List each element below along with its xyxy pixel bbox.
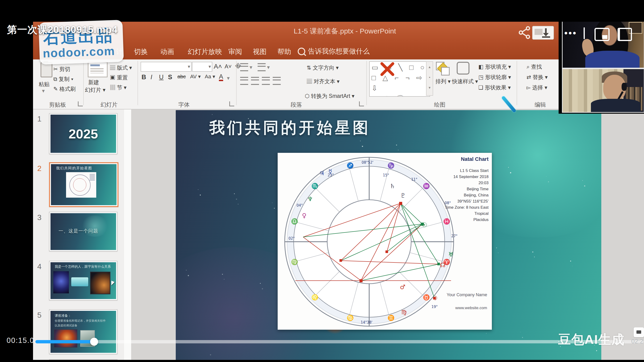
- webcam-video-bottom[interactable]: [562, 68, 644, 113]
- group-divider: [516, 61, 517, 105]
- arrange-button[interactable]: 排列 ▾: [436, 78, 450, 85]
- character-spacing-button[interactable]: AV ▾: [190, 74, 201, 80]
- paste-dropdown-arrow[interactable]: ▾: [42, 88, 45, 94]
- replace-button[interactable]: ⇄ 替换 ▾: [526, 74, 548, 81]
- current-slide-canvas: 我们共同的开始星图 Natal Chart L1 5 Class Start 1…: [176, 110, 601, 360]
- format-painter-button[interactable]: ✎ 格式刷: [53, 85, 76, 93]
- font-color-button[interactable]: A: [219, 74, 223, 81]
- align-text-button[interactable]: ▤ 对齐文本 ▾: [307, 78, 340, 85]
- tell-me-search[interactable]: 告诉我你想要做什么: [298, 47, 370, 56]
- shapes-gallery-scrollbar[interactable]: ▴▪▾: [426, 61, 433, 96]
- layout-label: 版式: [117, 64, 128, 71]
- numbering-icon[interactable]: [258, 63, 266, 71]
- paste-button[interactable]: 粘贴: [39, 81, 50, 88]
- thumbnail-5-title: 课前准备：: [55, 314, 71, 318]
- layout-button[interactable]: ▤ 版式 ▾: [110, 64, 132, 72]
- align-left-icon[interactable]: [240, 77, 248, 85]
- shadow-button[interactable]: S: [168, 74, 172, 81]
- thumbnail-5-line3: 以及提前调试设备: [55, 324, 77, 328]
- grow-font-button[interactable]: A˄: [214, 63, 222, 70]
- font-dialog-launcher[interactable]: [229, 102, 234, 106]
- thumbnail-5-number: 5: [37, 311, 42, 320]
- degree-label: 14°38': [361, 320, 372, 324]
- justify-icon[interactable]: [273, 77, 281, 85]
- shapes-gallery[interactable]: ▭ ▭ ╲ □ ○ □ △ ⌐ ¬ ⇨ ⇩ ▱ ☆ ⌒ ∿ { }: [369, 61, 430, 97]
- bold-button[interactable]: B: [142, 74, 146, 81]
- tab-help[interactable]: 帮助: [278, 47, 291, 56]
- font-size-combobox[interactable]: ▾: [192, 62, 212, 72]
- font-color-arrow[interactable]: ▾: [227, 75, 230, 81]
- group-divider: [236, 61, 236, 105]
- tab-transitions[interactable]: 切换: [134, 47, 148, 56]
- convert-smartart-button[interactable]: ⬡ 转换为 SmartArt ▾: [305, 92, 354, 100]
- shrink-font-button[interactable]: A˅: [224, 63, 232, 70]
- bullets-arrow[interactable]: ▾: [250, 64, 252, 70]
- tab-slideshow[interactable]: 幻灯片放映: [188, 47, 222, 56]
- slides-group-label: 幻灯片: [100, 101, 118, 108]
- download-icon: [534, 28, 550, 38]
- align-right-icon[interactable]: [262, 77, 270, 85]
- reset-button[interactable]: ▣ 重置: [110, 74, 128, 81]
- thumbnail-3[interactable]: 一、这是一个问题: [49, 212, 118, 252]
- video-progress-handle[interactable]: [90, 338, 98, 346]
- new-slide-icon[interactable]: [88, 62, 108, 77]
- playback-timestamp: 00:15.0: [6, 336, 34, 345]
- thumbnail-1[interactable]: 2025: [49, 113, 118, 154]
- cut-button[interactable]: ✂ 剪切: [53, 66, 70, 73]
- corner-settings-button[interactable]: [634, 327, 644, 337]
- find-button[interactable]: ⌕ 查找: [526, 63, 542, 70]
- shape-outline-button[interactable]: ◳ 形状轮廓 ▾: [478, 74, 511, 81]
- more-options-button[interactable]: •••: [564, 28, 577, 38]
- grow-font-label: A: [214, 63, 218, 70]
- editing-group-label: 编辑: [534, 101, 546, 108]
- degree-label: 08°: [445, 201, 451, 205]
- change-case-button[interactable]: Aa ▾: [205, 74, 215, 80]
- section-label: 节: [117, 84, 122, 90]
- font-name-combobox[interactable]: ▾: [140, 62, 192, 72]
- select-button[interactable]: ▻ 选择 ▾: [526, 84, 547, 91]
- copy-button[interactable]: ⧉ 复制 ▾: [53, 76, 73, 83]
- thumbnail-2-selected[interactable]: 我们共同的开始星图: [49, 162, 118, 207]
- text-direction-button[interactable]: ⇅ 文字方向 ▾: [307, 64, 339, 72]
- quick-styles-button[interactable]: 快速样式 ▾: [452, 78, 478, 85]
- thumbnail-panel-scrollbar[interactable]: [124, 109, 131, 360]
- clipboard-dialog-launcher[interactable]: [78, 102, 83, 106]
- tab-review[interactable]: 审阅: [228, 47, 242, 56]
- webcam-video-top[interactable]: [562, 18, 644, 68]
- thumbnail-2-title: 我们共同的开始星图: [56, 166, 92, 170]
- zodiac-sign-glyph: ♒: [423, 182, 430, 189]
- tab-view[interactable]: 视图: [253, 47, 266, 56]
- thumbnail-3-number: 3: [37, 213, 42, 222]
- new-slide-button-line2[interactable]: 幻灯片 ▾: [85, 86, 106, 94]
- italic-button[interactable]: I: [150, 74, 152, 81]
- thumbnail-5[interactable]: 课前准备： 你需要准备纸和笔记本，并安装相关软件 以及提前调试设备: [49, 310, 118, 354]
- video-progress-track[interactable]: [36, 340, 644, 343]
- screen-toggle-button[interactable]: [618, 28, 632, 41]
- shape-effects-button[interactable]: ❏ 形状效果 ▾: [478, 84, 511, 91]
- underline-button[interactable]: U: [159, 74, 164, 81]
- picture-in-picture-button[interactable]: [594, 28, 610, 41]
- video-duration: 02:2: [631, 338, 643, 345]
- paste-icon[interactable]: [40, 62, 52, 77]
- align-center-icon[interactable]: [251, 77, 259, 85]
- share-button[interactable]: [518, 26, 531, 40]
- numbering-arrow[interactable]: ▾: [267, 64, 270, 70]
- thumbnail-2-number: 2: [37, 164, 42, 173]
- strikethrough-button[interactable]: abc: [178, 74, 186, 80]
- letterbox-bottom: [33, 360, 644, 362]
- thumbnail-4-number: 4: [37, 262, 42, 271]
- bullets-icon[interactable]: [240, 63, 248, 71]
- new-slide-button-line1[interactable]: 新建: [88, 79, 99, 86]
- quick-styles-icon[interactable]: [457, 62, 470, 74]
- thumbnail-4[interactable]: 我是一个怎样的人，跟宇宙有什么关系: [49, 261, 118, 300]
- arrange-icon[interactable]: [436, 62, 449, 74]
- thumbnail-4-glass-bar: [71, 277, 88, 286]
- tab-animations[interactable]: 动画: [160, 47, 174, 56]
- format-painter-label: 格式刷: [60, 86, 76, 92]
- zodiac-sign-glyph: ♋: [347, 314, 354, 321]
- planet-glyph: ♂: [400, 284, 405, 290]
- paragraph-dialog-launcher[interactable]: [359, 102, 364, 106]
- download-button[interactable]: [532, 26, 554, 40]
- section-button[interactable]: ▥ 节 ▾: [110, 84, 126, 91]
- shape-fill-button[interactable]: ◧ 形状填充 ▾: [478, 63, 511, 70]
